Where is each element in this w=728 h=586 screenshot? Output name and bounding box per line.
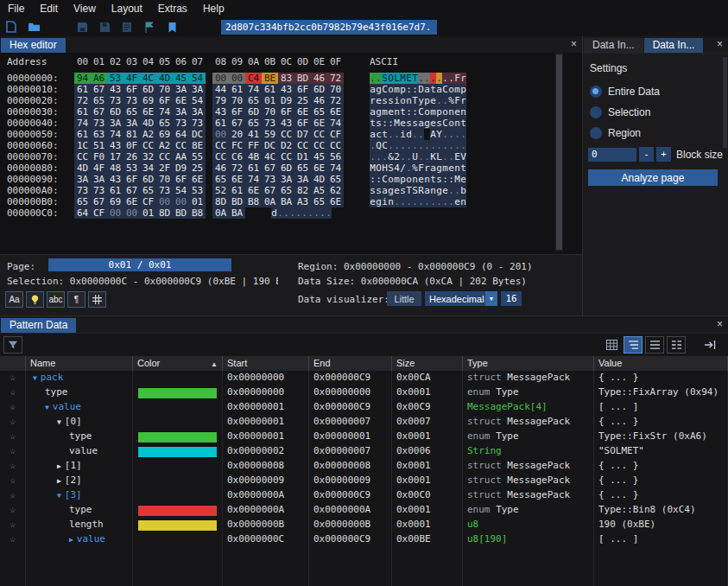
hex-byte[interactable]: 3A [173,106,189,118]
ascii-char[interactable]: . [460,129,466,140]
ascii-char[interactable]: : [448,174,454,185]
hex-byte[interactable]: CC [212,140,229,151]
hex-byte[interactable]: 94 [74,73,91,84]
ascii-char[interactable]: . [460,140,466,151]
hex-editor-close-icon[interactable]: × [571,38,577,50]
column-header-type[interactable]: Type [463,356,594,371]
ascii-char[interactable]: E [406,73,412,84]
hex-byte[interactable]: 54 [173,185,189,196]
hex-byte[interactable]: 70 [327,84,344,95]
hex-byte[interactable]: B8 [245,196,262,207]
hex-byte[interactable]: D2 [278,140,294,151]
ascii-char[interactable]: : [442,174,448,185]
control-chars-button[interactable]: ¶ [67,291,85,308]
hex-byte[interactable]: 3A [173,84,189,95]
hex-byte[interactable]: 6F [123,174,140,185]
hex-byte[interactable]: 73 [173,118,189,129]
hex-byte[interactable]: 44 [212,84,229,95]
endianness-toggle[interactable]: Little [387,291,421,306]
ascii-char[interactable]: e [400,118,406,129]
hex-byte[interactable]: 67 [262,185,278,196]
ascii-char[interactable]: : [376,174,382,185]
hex-byte[interactable]: 6D [140,84,156,95]
ascii-char[interactable]: . [454,129,460,140]
pattern-row[interactable]: ☆length0x0000000B0x0000000B0x0001u8190 (… [0,518,728,532]
inspector-scrollbar[interactable] [723,57,727,148]
ascii-char[interactable]: % [448,95,454,106]
hex-byte[interactable]: 00 [212,129,229,140]
hex-byte[interactable]: 70 [156,84,173,95]
ascii-char[interactable]: . [406,140,412,151]
favorite-star-icon[interactable]: ☆ [9,386,16,398]
uppercase-toggle-button[interactable]: Aa [5,291,23,308]
favorite-star-icon[interactable]: ☆ [9,372,16,383]
hex-byte[interactable]: 73 [189,118,206,129]
ascii-char[interactable]: M [454,174,460,185]
bookmark-icon[interactable] [163,19,180,35]
ascii-char[interactable]: . [376,151,382,162]
hex-byte[interactable]: 32 [140,151,156,162]
ascii-char[interactable]: . [313,207,320,219]
hex-byte[interactable]: 0A [212,207,229,219]
tab-data-information-2[interactable]: Data In... [644,38,704,53]
ascii-char[interactable]: . [394,196,400,207]
hex-byte[interactable]: 70 [229,95,245,106]
pattern-row[interactable]: ☆▶[2]0x000000090x000000090x0001struct Me… [0,474,728,488]
ascii-char[interactable]: . [406,162,412,174]
hex-byte[interactable]: 41 [245,129,262,140]
hex-byte[interactable]: 20 [229,129,245,140]
ascii-char[interactable]: b [460,185,466,196]
minus-button[interactable]: - [639,147,654,162]
menu-layout[interactable]: Layout [104,1,150,16]
hex-byte[interactable]: 61 [74,129,91,140]
hex-byte[interactable]: 67 [123,185,140,196]
favorite-star-icon[interactable]: ☆ [9,519,16,530]
ascii-char[interactable]: t [460,162,466,174]
ascii-char[interactable]: a [424,185,430,196]
ascii-char[interactable]: i [382,196,388,207]
ascii-char[interactable]: e [448,162,454,174]
ascii-char[interactable]: . [424,73,430,84]
hex-byte[interactable]: 53 [123,162,140,174]
ascii-char[interactable]: e [370,196,376,207]
ascii-char[interactable]: . [436,73,442,84]
ascii-char[interactable]: y [418,95,424,106]
ascii-char[interactable]: r [370,95,376,106]
ascii-char[interactable]: r [460,73,466,84]
ascii-char[interactable]: t [370,118,376,129]
grayed-zeros-button[interactable] [26,291,44,308]
ascii-char[interactable]: S [412,185,418,196]
hex-byte[interactable]: D1 [294,151,311,162]
hex-byte[interactable]: 61 [107,185,123,196]
radio-region[interactable]: Region [590,126,723,139]
hex-byte[interactable]: 6E [229,174,245,185]
ascii-char[interactable]: . [289,207,295,219]
hex-byte[interactable]: 1C [74,140,91,151]
hex-byte[interactable]: BD [173,207,189,219]
hex-byte[interactable]: 53 [189,185,206,196]
ascii-char[interactable]: . [406,196,412,207]
hex-byte[interactable]: A2 [140,129,156,140]
hex-byte[interactable]: 61 [74,106,91,118]
ascii-char[interactable]: p [400,84,406,95]
table-view-icon[interactable] [602,336,621,354]
ascii-char[interactable]: V [460,151,466,162]
ascii-char[interactable]: s [400,185,406,196]
ascii-char[interactable]: . [412,129,418,140]
hex-byte[interactable]: 34 [140,162,156,174]
expand-icon[interactable]: ▶ [57,477,61,485]
ascii-char[interactable]: p [436,106,442,118]
ascii-char[interactable]: g [424,118,430,129]
hex-byte[interactable]: 65 [91,95,107,106]
hex-byte[interactable]: 73 [91,118,107,129]
ascii-char[interactable]: . [436,95,442,106]
hex-byte[interactable]: 3A [107,118,123,129]
hex-byte[interactable]: CC [278,129,294,140]
collapse-icon[interactable]: ▼ [45,404,49,411]
radio-circle[interactable] [590,106,602,118]
ascii-char[interactable]: n [394,106,400,118]
hex-byte[interactable]: 6F [294,84,311,95]
hex-byte[interactable]: 74 [327,118,344,129]
ascii-char[interactable]: C [382,174,388,185]
column-header-start[interactable]: Start [223,356,309,371]
